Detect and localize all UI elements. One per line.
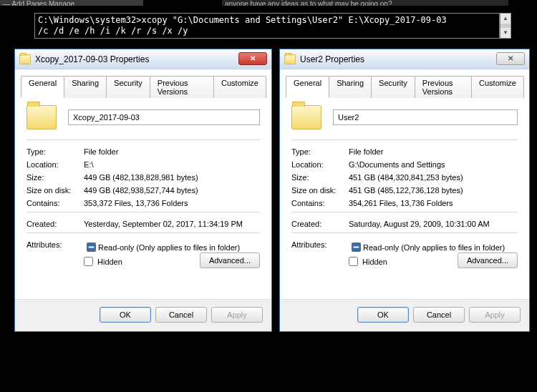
tab-security[interactable]: Security [106, 76, 150, 98]
tab-sharing[interactable]: Sharing [64, 76, 107, 98]
contains-label: Contains: [26, 199, 84, 207]
tab-general[interactable]: General [286, 76, 329, 98]
tab-previous-versions[interactable]: Previous Versions [150, 76, 214, 98]
sod-value: 451 GB (485,122,736,128 bytes) [349, 186, 518, 195]
readonly-label[interactable]: Read-only (Only applies to files in fold… [363, 243, 505, 252]
hidden-checkbox[interactable] [349, 257, 358, 266]
window-title: Xcopy_2017-09-03 Properties [35, 54, 149, 64]
properties-dialog-user2: User2 Properties ✕ General Sharing Secur… [279, 49, 530, 332]
readonly-label[interactable]: Read-only (Only applies to files in fold… [98, 243, 240, 252]
folder-icon [19, 54, 31, 64]
contains-value: 354,261 Files, 13,736 Folders [349, 199, 518, 207]
readonly-checkbox[interactable] [352, 242, 361, 252]
tab-security[interactable]: Security [371, 76, 415, 98]
folder-name-input[interactable] [68, 109, 260, 125]
cancel-button[interactable]: Cancel [413, 307, 465, 323]
ok-button[interactable]: OK [100, 307, 151, 323]
created-label: Created: [291, 220, 349, 228]
type-value: File folder [84, 147, 260, 156]
window-title: User2 Properties [300, 54, 364, 64]
created-label: Created: [26, 220, 84, 228]
command-prompt[interactable]: C:\Windows\system32>xcopy "G:\Documents … [34, 13, 500, 39]
type-value: File folder [349, 147, 518, 156]
folder-large-icon [291, 105, 321, 129]
created-value: Yesterday, September 02, 2017, 11:34:19 … [84, 220, 260, 228]
hidden-label[interactable]: Hidden [362, 258, 387, 266]
hidden-checkbox[interactable] [84, 257, 93, 266]
tab-sharing[interactable]: Sharing [329, 76, 372, 98]
scroll-up-icon[interactable]: ▲ [500, 14, 511, 24]
size-label: Size: [291, 173, 349, 182]
folder-name-input[interactable] [333, 109, 518, 125]
apply-button[interactable]: Apply [469, 307, 521, 323]
sod-label: Size on disk: [26, 186, 84, 195]
contains-label: Contains: [291, 199, 349, 207]
readonly-checkbox[interactable] [87, 242, 96, 252]
type-label: Type: [26, 147, 84, 156]
folder-icon [284, 54, 296, 64]
properties-dialog-xcopy: Xcopy_2017-09-03 Properties ✕ General Sh… [14, 49, 272, 332]
folder-large-icon [26, 105, 57, 129]
tab-customize[interactable]: Customize [213, 76, 266, 98]
close-button[interactable]: ✕ [496, 52, 525, 65]
close-button[interactable]: ✕ [238, 52, 267, 65]
tab-strip: General Sharing Security Previous Versio… [286, 75, 523, 98]
location-label: Location: [291, 160, 349, 169]
attributes-label: Attributes: [26, 240, 84, 254]
cmd-scrollbar[interactable]: ▲ ▼ [500, 13, 511, 39]
contains-value: 353,372 Files, 13,736 Folders [84, 199, 260, 207]
tab-customize[interactable]: Customize [471, 76, 524, 98]
created-value: Saturday, August 29, 2009, 10:31:00 AM [349, 220, 518, 228]
scroll-down-icon[interactable]: ▼ [500, 28, 511, 38]
size-value: 449 GB (482,138,828,981 bytes) [84, 173, 260, 182]
tab-strip: General Sharing Security Previous Versio… [21, 75, 266, 98]
advanced-button[interactable]: Advanced... [458, 253, 518, 268]
sod-label: Size on disk: [291, 186, 349, 195]
location-label: Location: [26, 160, 84, 169]
advanced-button[interactable]: Advanced... [200, 253, 260, 268]
size-label: Size: [26, 173, 84, 182]
bg-text-right: anyone have any ideas as to what may be … [222, 0, 508, 6]
size-value: 451 GB (484,320,841,253 bytes) [349, 173, 518, 182]
tab-previous-versions[interactable]: Previous Versions [415, 76, 472, 98]
hidden-label[interactable]: Hidden [97, 258, 122, 266]
titlebar[interactable]: Xcopy_2017-09-03 Properties ✕ [15, 49, 271, 69]
attributes-label: Attributes: [291, 240, 349, 254]
bg-toolbar-left: — Add Pages Manage [0, 0, 143, 6]
location-value: G:\Documents and Settings [349, 160, 518, 169]
location-value: E:\ [84, 160, 260, 169]
ok-button[interactable]: OK [357, 307, 409, 323]
cancel-button[interactable]: Cancel [155, 307, 207, 323]
sod-value: 449 GB (482,938,527,744 bytes) [84, 186, 260, 195]
apply-button[interactable]: Apply [211, 307, 263, 323]
type-label: Type: [291, 147, 349, 156]
tab-general[interactable]: General [21, 76, 64, 98]
titlebar[interactable]: User2 Properties ✕ [280, 49, 529, 69]
